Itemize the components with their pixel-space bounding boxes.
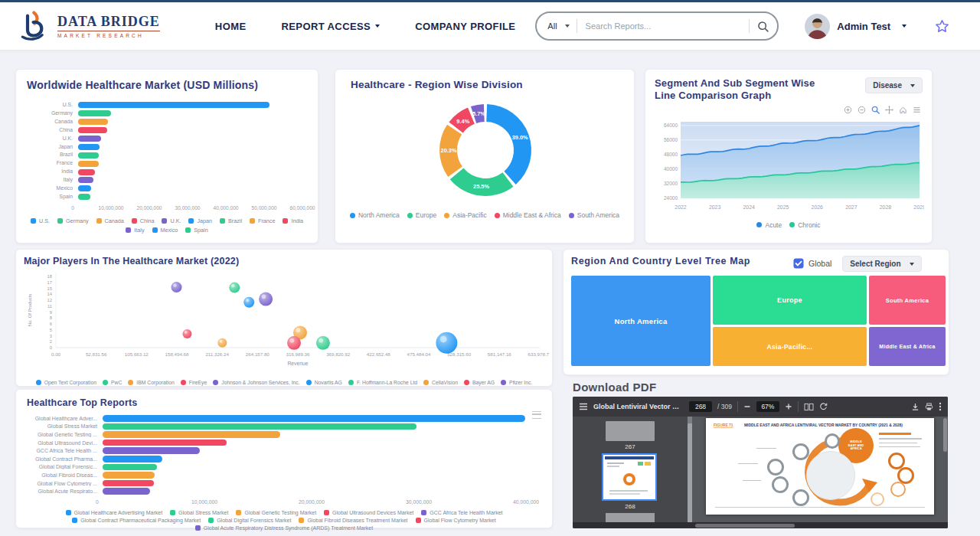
kebab-menu-icon[interactable]: [939, 402, 942, 411]
legend-item[interactable]: Global Flow Cytometry Market: [416, 518, 496, 523]
legend-item[interactable]: F. Hoffmann-La Roche Ltd: [348, 380, 417, 385]
bar[interactable]: [78, 152, 99, 159]
legend-item[interactable]: India: [283, 217, 303, 224]
bar[interactable]: [78, 119, 108, 125]
legend-item[interactable]: Global Fibroid Diseases Treatment Market: [299, 518, 407, 523]
treemap-tile[interactable]: Middle East & Africa: [869, 327, 946, 366]
legend-item[interactable]: CellaVision: [423, 380, 458, 385]
bar[interactable]: [103, 440, 227, 446]
zoom-out-icon[interactable]: [743, 403, 751, 410]
bar[interactable]: [78, 185, 91, 191]
treemap-tile[interactable]: North America: [571, 276, 710, 366]
global-checkbox[interactable]: Global: [793, 258, 831, 269]
legend-item[interactable]: China: [132, 217, 155, 224]
home-reset-icon[interactable]: [899, 106, 907, 114]
user-menu[interactable]: Admin Test: [805, 14, 906, 39]
bubble[interactable]: [172, 282, 182, 293]
legend-item[interactable]: Spain: [185, 227, 207, 234]
bubble[interactable]: [316, 336, 330, 350]
legend-item[interactable]: FireEye: [181, 380, 207, 385]
donut-slice[interactable]: [450, 168, 514, 196]
zoom-in-icon[interactable]: [785, 403, 792, 410]
thumbnail-page-267[interactable]: [606, 421, 655, 441]
bar[interactable]: [78, 194, 90, 200]
search-icon[interactable]: [756, 20, 769, 33]
nav-home[interactable]: HOME: [215, 21, 247, 32]
thumbnail-page-268[interactable]: [602, 453, 657, 501]
bubble[interactable]: [229, 283, 240, 293]
bar[interactable]: [78, 169, 95, 175]
bar[interactable]: [78, 102, 270, 108]
nav-report-access[interactable]: REPORT ACCESS: [281, 21, 380, 32]
legend-item[interactable]: Global Stress Market: [170, 510, 228, 515]
legend-item[interactable]: Canada: [96, 217, 124, 224]
legend-item[interactable]: Mexico: [152, 227, 178, 234]
bar[interactable]: [103, 480, 154, 487]
search-category-dropdown[interactable]: All: [547, 21, 569, 31]
legend-item[interactable]: Global Contract Pharmaceutical Packaging…: [72, 518, 201, 523]
bar[interactable]: [103, 447, 200, 454]
legend-item[interactable]: North America: [350, 211, 400, 219]
legend-item[interactable]: GCC Africa Tele Health Market: [421, 510, 502, 515]
treemap-tile[interactable]: South America: [869, 276, 946, 325]
zoom-in-icon[interactable]: [844, 106, 852, 114]
bar[interactable]: [78, 177, 93, 183]
legend-item[interactable]: Germany: [57, 217, 89, 224]
search-input[interactable]: [584, 21, 743, 31]
legend-item[interactable]: U.K.: [162, 217, 181, 224]
treemap-tile[interactable]: Europe: [713, 276, 867, 325]
legend-item[interactable]: Global Digital Forensics Market: [208, 518, 291, 523]
bubble[interactable]: [259, 293, 273, 306]
zoom-level[interactable]: 67%: [756, 401, 779, 412]
legend-item[interactable]: IBM Corporation: [128, 380, 175, 385]
brand-logo[interactable]: DATA BRIDGE MARKET RESEARCH: [20, 11, 160, 41]
legend-item[interactable]: U.S.: [31, 217, 50, 224]
zoom-out-icon[interactable]: [858, 106, 866, 114]
bar[interactable]: [103, 423, 416, 430]
page-number-input[interactable]: 268: [689, 401, 712, 412]
print-icon[interactable]: [925, 403, 933, 411]
nav-company-profile[interactable]: COMPANY PROFILE: [415, 21, 515, 32]
bar[interactable]: [78, 161, 99, 167]
top-reports-menu-icon[interactable]: [532, 411, 541, 419]
pan-icon[interactable]: [885, 106, 893, 114]
legend-item[interactable]: Bayer AG: [464, 380, 495, 385]
bubble[interactable]: [287, 336, 301, 350]
legend-item[interactable]: Europe: [407, 211, 436, 219]
legend-item[interactable]: South America: [569, 211, 619, 219]
legend-item[interactable]: Open Text Corporation: [36, 380, 96, 385]
legend-item[interactable]: France: [250, 217, 275, 224]
legend-item[interactable]: Japan: [188, 217, 212, 224]
legend-item[interactable]: Novartis AG: [306, 380, 342, 385]
bar[interactable]: [78, 110, 111, 116]
bubble[interactable]: [182, 329, 191, 338]
thumbnail-page-269-partial[interactable]: [606, 513, 655, 522]
bubble[interactable]: [436, 332, 457, 354]
bar[interactable]: [78, 144, 100, 150]
bar[interactable]: [78, 127, 107, 133]
page-view-icon[interactable]: [804, 403, 814, 411]
rotate-icon[interactable]: [819, 403, 828, 411]
bubble[interactable]: [217, 338, 227, 348]
legend-item[interactable]: Global Healthcare Advertising Market: [66, 510, 163, 515]
bar[interactable]: [103, 431, 280, 438]
treemap-tile[interactable]: Asia-Pacific...: [713, 327, 867, 366]
pdf-vertical-scrollbar[interactable]: [943, 418, 947, 518]
disease-dropdown[interactable]: Disease: [865, 77, 923, 93]
favorites-star-icon[interactable]: [934, 18, 950, 34]
bar[interactable]: [103, 472, 155, 479]
legend-item[interactable]: Italy: [126, 227, 144, 234]
donut-slice[interactable]: [486, 104, 531, 185]
legend-item[interactable]: Global Ultrasound Devices Market: [324, 510, 413, 515]
legend-item[interactable]: Acute: [756, 221, 782, 229]
legend-item[interactable]: Chronic: [789, 221, 820, 229]
menu-icon[interactable]: [913, 106, 921, 114]
legend-item[interactable]: Global Acute Respiratory Distress Syndro…: [195, 525, 373, 531]
legend-item[interactable]: Brazil: [220, 217, 242, 224]
bar[interactable]: [103, 415, 525, 422]
bar[interactable]: [103, 488, 150, 495]
legend-item[interactable]: Pfizer Inc.: [501, 380, 532, 385]
legend-item[interactable]: Global Genetic Testing Market: [236, 510, 316, 515]
legend-item[interactable]: Johnson & Johnson Services, Inc.: [213, 380, 299, 385]
select-region-dropdown[interactable]: Select Region: [842, 256, 921, 272]
